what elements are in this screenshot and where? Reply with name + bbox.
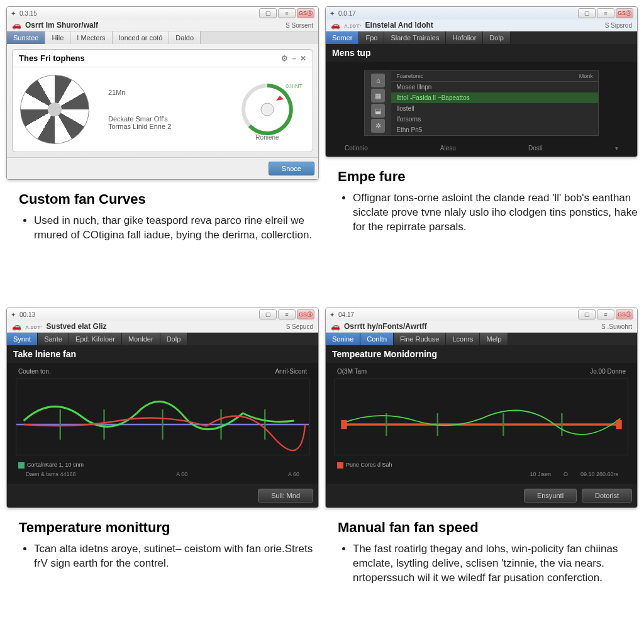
window-temp-monitor: ✦ 00.13 ▢ ≡ GSⓇ 🚗 ᴧ.ɪᴏᴛ· Sustved elat Gl… <box>6 308 319 508</box>
chart-rlabel: Jo.00 Donne <box>590 368 626 375</box>
bullet-2: Offignar tons-orne asloint the clande re… <box>353 191 638 235</box>
car-icon: 🚗 <box>12 21 21 30</box>
device-list: ⌂ ▦ ⬓ ✲ FoaretonicMonk Mosee lllnpn Ibto… <box>364 70 599 136</box>
minimize-button[interactable]: ▢ <box>578 309 596 319</box>
status-label: S Sepucd <box>286 323 313 330</box>
image-icon[interactable]: ▦ <box>371 89 385 103</box>
list-item[interactable]: Ethn Pn5 <box>391 125 598 135</box>
tab-synnt[interactable]: Synnt <box>7 333 38 345</box>
tab-epd[interactable]: Epd. Kifoloer <box>69 333 122 345</box>
tab-sonine[interactable]: Sonine <box>326 333 360 345</box>
chart-rlabel: Anril·Sicont <box>275 368 307 375</box>
app-title: Osrrt Im Shuror/walf <box>25 21 98 30</box>
status-label: S .Suwohrt <box>601 323 632 330</box>
tab-somer[interactable]: Somer <box>326 31 359 44</box>
tab-sante[interactable]: Sante <box>38 333 69 345</box>
temp-chart <box>335 379 628 455</box>
bot-right: Dosti <box>528 145 543 152</box>
gauge: 0.IIINT Roniene <box>236 78 299 141</box>
default-button[interactable]: Dotorist <box>582 489 632 502</box>
section-heading-2: Empe fure <box>338 169 638 185</box>
close-button[interactable]: GSⓇ <box>616 8 633 18</box>
close-button[interactable]: GSⓇ <box>297 8 314 18</box>
close-button[interactable]: GSⓇ <box>297 309 314 319</box>
close-icon[interactable]: ✕ <box>300 54 306 63</box>
tab-bar: Somer Fpo Slarde Trairaies Hofolior Dolp <box>326 31 637 44</box>
app-title: Sustved elat Gliz <box>47 322 107 331</box>
x-label-1: 10 Jisen <box>530 471 551 477</box>
bullet-1: Used in nuch, thar gike teaspord reva pa… <box>34 214 319 243</box>
menu-button[interactable]: ≡ <box>278 8 296 18</box>
sub-titlebar: 🚗 Osrrtt hy/nFonts/Awrtff S .Suwohrt <box>326 321 637 332</box>
tab-monlder[interactable]: Monlder <box>122 333 160 345</box>
svg-point-2 <box>261 103 274 116</box>
minimize-button[interactable]: ▢ <box>259 309 277 319</box>
tab-mecters[interactable]: I Mecters <box>70 31 112 44</box>
section-heading-4: Manual fan fan speed <box>338 519 638 536</box>
chart-ylabel: Couten ton. <box>18 368 51 375</box>
tab-fpo[interactable]: Fpo <box>359 31 384 44</box>
svg-marker-1 <box>276 96 284 101</box>
version-label: 04.17 <box>338 311 354 318</box>
chart-icon[interactable]: ⬓ <box>371 104 385 118</box>
x-label-3: A 60 <box>288 471 299 477</box>
fan-graphic <box>20 75 89 144</box>
titlebar: ✦ 04.17 ▢ ≡ GSⓇ <box>326 308 637 321</box>
tab-hile[interactable]: Hile <box>45 31 70 44</box>
menu-button[interactable]: ≡ <box>597 8 614 18</box>
bot-mid: Alesu <box>440 145 456 152</box>
panel-title: Take lniene fan <box>7 345 318 363</box>
fan-panel: Thes Fri tophens ⚙ – ✕ 21Mn Deckate Smar… <box>12 49 313 152</box>
list-item[interactable]: Iforsorns <box>391 114 598 125</box>
minimize-button[interactable]: ▢ <box>259 8 277 18</box>
min-icon[interactable]: – <box>292 54 296 63</box>
legend-label: CortalnKare 1, 10 snm <box>27 462 84 468</box>
titlebar: ✦ 0.3.15 ▢ ≡ GSⓇ <box>7 7 318 19</box>
sub-titlebar: 🚗 ᴧ.ɪᴏᴛ· Einstelal And Idoht S Sipsrod <box>326 19 637 31</box>
tab-daldo[interactable]: Daldo <box>169 31 201 44</box>
x-label-2: O <box>564 471 568 477</box>
status-label: S Sipsrod <box>605 22 632 29</box>
tab-dolp[interactable]: Dolp <box>160 333 188 345</box>
version-label: 00.13 <box>19 311 35 318</box>
panel-title: Tempeature Monidorning <box>326 345 637 363</box>
section-heading-3: Temperature monitturg <box>19 519 319 536</box>
close-button[interactable]: GSⓇ <box>616 309 633 319</box>
legend-label: Pune Cores d Sah <box>346 462 392 468</box>
gear-icon[interactable]: ✲ <box>371 119 385 133</box>
app-icon: ✦ <box>330 311 335 318</box>
window-manual-fan: ✦ 04.17 ▢ ≡ GSⓇ 🚗 Osrrtt hy/nFonts/Awrtf… <box>325 308 638 508</box>
gauge-bottom: Roniene <box>255 134 279 141</box>
menu-button[interactable]: ≡ <box>597 309 614 319</box>
tab-fine[interactable]: Fine Ruduse <box>394 333 446 345</box>
list-item[interactable]: Ibtol -FasIda ll ~Bapeattos <box>391 92 598 103</box>
car-icon: 🚗 <box>12 322 21 331</box>
x-label-1: Daen & tams 44168 <box>26 471 76 477</box>
app-icon: ✦ <box>11 10 16 17</box>
home-icon[interactable]: ⌂ <box>371 74 385 87</box>
svg-rect-14 <box>341 420 347 429</box>
fan-desc2: Tormas Linid Enne 2 <box>108 123 171 130</box>
minimize-button[interactable]: ▢ <box>578 8 596 18</box>
panel-title: Mens tup <box>326 44 637 62</box>
tab-ionced[interactable]: Ionced ar cotó <box>113 31 170 44</box>
section-heading-1: Custom fan Curves <box>19 191 319 208</box>
tab-dolp[interactable]: Dolp <box>483 31 511 44</box>
col-name: Foaretonic <box>396 73 579 79</box>
apply-button[interactable]: Ensyuntl <box>524 489 577 502</box>
mode-button[interactable]: Suli: Mnd <box>258 489 313 502</box>
tab-sunstee[interactable]: Sunstee <box>7 31 45 44</box>
tab-hofolior[interactable]: Hofolior <box>446 31 483 44</box>
car-icon: 🚗 <box>331 322 340 331</box>
list-item[interactable]: Ilostell <box>391 103 598 114</box>
tab-lconrs[interactable]: Lconrs <box>446 333 480 345</box>
gauge-label: 0.IIINT <box>286 83 303 89</box>
tab-slarde[interactable]: Slarde Trairaies <box>384 31 446 44</box>
list-item[interactable]: Mosee lllnpn <box>391 82 598 92</box>
tab-conltn[interactable]: Conltn <box>360 333 394 345</box>
menu-button[interactable]: ≡ <box>278 309 296 319</box>
gear-icon[interactable]: ⚙ <box>281 54 288 63</box>
app-icon: ✦ <box>11 311 16 318</box>
save-button[interactable]: Snoce <box>269 162 314 175</box>
tab-melp[interactable]: Melp <box>480 333 508 345</box>
